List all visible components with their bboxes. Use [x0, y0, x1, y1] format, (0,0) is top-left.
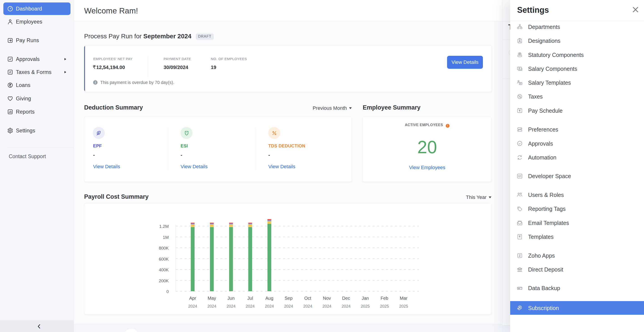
svg-text:2025: 2025: [399, 304, 408, 308]
svg-text:Jan: Jan: [362, 296, 369, 301]
svg-text:Mar: Mar: [400, 296, 408, 301]
svg-text:Aug: Aug: [266, 296, 274, 301]
svg-text:2024: 2024: [342, 304, 351, 308]
svg-text:200K: 200K: [159, 278, 169, 283]
svg-text:2024: 2024: [226, 304, 236, 308]
svg-text:0: 0: [166, 289, 169, 294]
svg-text:800K: 800K: [159, 246, 169, 250]
svg-text:600K: 600K: [159, 257, 169, 261]
svg-text:2024: 2024: [303, 304, 312, 308]
svg-text:1M: 1M: [163, 235, 169, 240]
svg-text:Sep: Sep: [285, 296, 293, 301]
svg-text:400K: 400K: [159, 267, 169, 272]
svg-text:2024: 2024: [284, 304, 293, 308]
svg-text:2024: 2024: [246, 304, 255, 308]
svg-text:2025: 2025: [380, 304, 389, 308]
svg-text:1.2M: 1.2M: [159, 224, 169, 229]
svg-text:Dec: Dec: [342, 296, 350, 301]
svg-text:May: May: [208, 296, 216, 301]
svg-text:2024: 2024: [208, 304, 216, 308]
svg-text:Feb: Feb: [381, 296, 388, 301]
svg-text:Oct: Oct: [304, 296, 312, 301]
svg-text:2024: 2024: [265, 304, 274, 308]
svg-text:Nov: Nov: [323, 296, 331, 301]
svg-text:Apr: Apr: [189, 296, 196, 301]
svg-text:2025: 2025: [361, 304, 370, 308]
svg-text:Jun: Jun: [227, 296, 234, 301]
svg-text:Jul: Jul: [247, 296, 253, 301]
svg-text:2024: 2024: [188, 304, 197, 308]
svg-text:2024: 2024: [322, 304, 332, 308]
